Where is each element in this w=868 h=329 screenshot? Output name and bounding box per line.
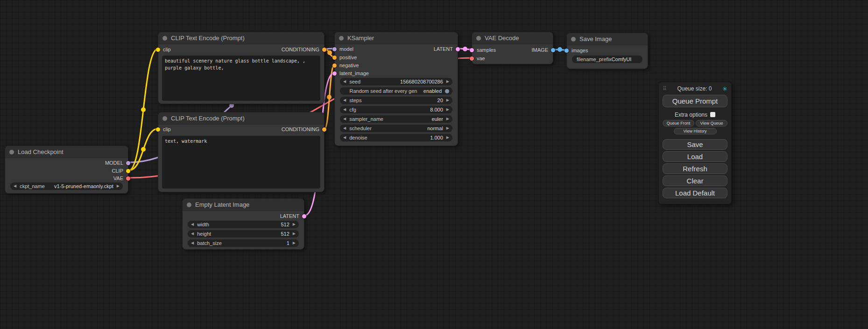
node-clip-text-encode-negative[interactable]: CLIP Text Encode (Prompt) clip CONDITION… bbox=[158, 112, 325, 192]
output-port-vae[interactable]: VAE bbox=[113, 175, 130, 182]
arrow-left-icon[interactable]: ◀ bbox=[343, 98, 346, 102]
positive-prompt-textarea[interactable]: beautiful scenery nature glass bottle la… bbox=[162, 56, 320, 101]
port-dot-model[interactable] bbox=[332, 47, 337, 51]
view-queue-button[interactable]: View Queue bbox=[696, 120, 727, 126]
collapse-dot-icon[interactable] bbox=[339, 36, 344, 41]
output-port-conditioning[interactable]: CONDITIONING bbox=[282, 46, 326, 53]
arrow-right-icon[interactable]: ▶ bbox=[293, 241, 296, 245]
arrow-left-icon[interactable]: ◀ bbox=[14, 184, 16, 188]
collapse-dot-icon[interactable] bbox=[9, 150, 14, 154]
arrow-left-icon[interactable]: ◀ bbox=[343, 136, 346, 140]
collapse-dot-icon[interactable] bbox=[162, 36, 167, 41]
widget-width[interactable]: ◀ width 512 ▶ bbox=[188, 221, 299, 228]
widget-filename-prefix[interactable]: filename_prefix ComfyUI bbox=[572, 56, 642, 63]
arrow-right-icon[interactable]: ▶ bbox=[446, 108, 449, 112]
widget-steps[interactable]: ◀ steps 20 ▶ bbox=[340, 97, 452, 104]
settings-gear-icon[interactable]: ✳ bbox=[722, 85, 727, 92]
port-dot-conditioning[interactable] bbox=[332, 63, 337, 68]
node-title-bar[interactable]: CLIP Text Encode (Prompt) bbox=[158, 112, 324, 125]
port-dot-clip[interactable] bbox=[126, 169, 130, 173]
view-history-button[interactable]: View History bbox=[674, 128, 717, 134]
node-empty-latent-image[interactable]: Empty Latent Image LATENT ◀ width 512 ▶ … bbox=[182, 198, 304, 250]
arrow-left-icon[interactable]: ◀ bbox=[191, 232, 194, 236]
arrow-right-icon[interactable]: ▶ bbox=[446, 126, 449, 130]
widget-denoise[interactable]: ◀ denoise 1.000 ▶ bbox=[340, 134, 452, 141]
node-clip-text-encode-positive[interactable]: CLIP Text Encode (Prompt) clip CONDITION… bbox=[158, 32, 325, 104]
output-port-clip[interactable]: CLIP bbox=[112, 168, 130, 174]
arrow-left-icon[interactable]: ◀ bbox=[191, 223, 194, 226]
collapse-dot-icon[interactable] bbox=[571, 37, 576, 42]
input-port-clip[interactable]: clip bbox=[156, 126, 171, 133]
node-load-checkpoint[interactable]: Load Checkpoint MODEL CLIP VAE ◀ ckpt_na… bbox=[5, 146, 128, 194]
node-title-bar[interactable]: Load Checkpoint bbox=[5, 146, 128, 158]
input-port-positive[interactable]: positive bbox=[332, 54, 357, 61]
node-title-bar[interactable]: VAE Decode bbox=[472, 32, 553, 44]
arrow-right-icon[interactable]: ▶ bbox=[293, 223, 296, 226]
port-dot-latent[interactable] bbox=[456, 47, 460, 51]
node-title-bar[interactable]: CLIP Text Encode (Prompt) bbox=[158, 32, 324, 44]
widget-ckpt-name[interactable]: ◀ ckpt_name v1-5-pruned-emaonly.ckpt ▶ bbox=[10, 182, 123, 190]
save-button[interactable]: Save bbox=[663, 139, 727, 150]
input-port-clip[interactable]: clip bbox=[156, 46, 171, 53]
widget-scheduler[interactable]: ◀ scheduler normal ▶ bbox=[340, 125, 452, 132]
input-port-latent-image[interactable]: latent_image bbox=[332, 70, 369, 77]
arrow-right-icon[interactable]: ▶ bbox=[446, 98, 449, 102]
node-title-bar[interactable]: Empty Latent Image bbox=[183, 199, 304, 211]
arrow-right-icon[interactable]: ▶ bbox=[446, 136, 449, 140]
arrow-right-icon[interactable]: ▶ bbox=[446, 80, 449, 84]
port-dot-vae[interactable] bbox=[470, 56, 474, 61]
refresh-button[interactable]: Refresh bbox=[663, 163, 727, 174]
arrow-right-icon[interactable]: ▶ bbox=[293, 232, 296, 236]
collapse-dot-icon[interactable] bbox=[162, 116, 167, 121]
collapse-dot-icon[interactable] bbox=[476, 36, 481, 41]
port-dot-conditioning[interactable] bbox=[322, 48, 326, 52]
node-title-bar[interactable]: KSampler bbox=[335, 32, 458, 44]
arrow-right-icon[interactable]: ▶ bbox=[117, 184, 120, 188]
port-dot-clip[interactable] bbox=[156, 48, 160, 52]
node-graph-canvas[interactable]: Load Checkpoint MODEL CLIP VAE ◀ ckpt_na… bbox=[0, 0, 868, 329]
port-dot-image[interactable] bbox=[565, 49, 569, 53]
node-vae-decode[interactable]: VAE Decode samples vae IMAGE bbox=[472, 32, 553, 64]
input-port-model[interactable]: model bbox=[332, 46, 353, 52]
toggle-dot-icon[interactable] bbox=[445, 89, 449, 93]
port-dot-model[interactable] bbox=[126, 161, 130, 165]
collapse-dot-icon[interactable] bbox=[187, 203, 191, 207]
widget-cfg[interactable]: ◀ cfg 8.000 ▶ bbox=[340, 106, 452, 113]
port-dot-latent[interactable] bbox=[470, 48, 474, 52]
output-port-latent[interactable]: LATENT bbox=[280, 213, 306, 219]
widget-random-seed-toggle[interactable]: Random seed after every gen enabled bbox=[340, 87, 452, 95]
widget-sampler-name[interactable]: ◀ sampler_name euler ▶ bbox=[340, 115, 452, 123]
drag-handle-icon[interactable]: ⠿ bbox=[663, 85, 667, 92]
arrow-left-icon[interactable]: ◀ bbox=[343, 80, 346, 84]
extra-options-checkbox[interactable] bbox=[710, 112, 715, 117]
arrow-left-icon[interactable]: ◀ bbox=[191, 241, 194, 245]
port-dot-clip[interactable] bbox=[156, 127, 160, 132]
clear-button[interactable]: Clear bbox=[663, 175, 727, 186]
arrow-left-icon[interactable]: ◀ bbox=[343, 108, 346, 112]
arrow-left-icon[interactable]: ◀ bbox=[343, 126, 346, 130]
output-port-conditioning[interactable]: CONDITIONING bbox=[282, 126, 326, 133]
arrow-right-icon[interactable]: ▶ bbox=[446, 117, 449, 121]
port-dot-conditioning[interactable] bbox=[332, 56, 337, 60]
load-button[interactable]: Load bbox=[663, 151, 727, 162]
widget-seed[interactable]: ◀ seed 156680208700286 ▶ bbox=[340, 78, 452, 85]
output-port-latent[interactable]: LATENT bbox=[434, 46, 460, 52]
widget-height[interactable]: ◀ height 512 ▶ bbox=[188, 230, 299, 238]
input-port-images[interactable]: images bbox=[565, 47, 588, 54]
port-dot-conditioning[interactable] bbox=[322, 127, 326, 132]
port-dot-latent[interactable] bbox=[332, 71, 337, 76]
output-port-image[interactable]: IMAGE bbox=[532, 47, 555, 53]
load-default-button[interactable]: Load Default bbox=[663, 188, 727, 198]
node-ksampler[interactable]: KSampler model positive negative latent_… bbox=[334, 32, 458, 146]
queue-front-button[interactable]: Queue Front bbox=[663, 120, 694, 126]
port-dot-latent[interactable] bbox=[302, 214, 306, 218]
queue-prompt-button[interactable]: Queue Prompt bbox=[663, 95, 727, 107]
input-port-negative[interactable]: negative bbox=[332, 62, 359, 69]
port-dot-vae[interactable] bbox=[126, 176, 130, 181]
input-port-vae[interactable]: vae bbox=[470, 55, 485, 62]
input-port-samples[interactable]: samples bbox=[470, 47, 496, 53]
negative-prompt-textarea[interactable]: text, watermark bbox=[162, 136, 320, 189]
arrow-left-icon[interactable]: ◀ bbox=[343, 117, 346, 121]
widget-batch-size[interactable]: ◀ batch_size 1 ▶ bbox=[188, 239, 299, 247]
port-dot-image[interactable] bbox=[551, 48, 555, 52]
